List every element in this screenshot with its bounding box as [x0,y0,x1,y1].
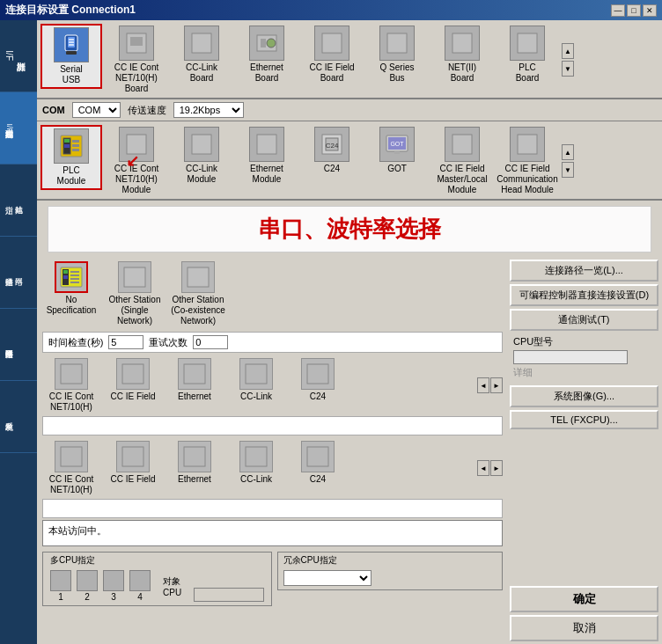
sidebar-item-computer-if[interactable]: 計算機則I/F [0,20,37,92]
top-icon-section: SerialUSB CC IE ContNET/10(H)Board CC-Li… [37,20,662,99]
redundant-cpu-group: 冗余CPU指定 [277,552,504,590]
net-cc-link-1-label: CC-Link [240,392,272,402]
icon-c24[interactable]: C24 C24 [301,125,363,176]
cpu-slot-box-3[interactable] [103,570,124,591]
other-station-single-icon [118,261,151,293]
net-icon-ethernet-1[interactable]: Ethernet [166,356,224,404]
sidebar-item-diff-network[interactable]: 不同网络通信路径 [0,309,37,381]
icon-plc-board[interactable]: PLCBoard [496,24,558,85]
net-icon-cc-ie-field-1[interactable]: CC IE Field [104,356,162,404]
icon-no-spec-label: No Specification [44,295,99,316]
cpu-type-input[interactable] [513,350,628,364]
cpu-slots: 1 2 3 4 [50,570,264,602]
icon-got-label: GOT [387,164,407,174]
net-cc-ie-field-2-label: CC IE Field [110,474,155,485]
cpu-slot-4: 4 [129,570,151,602]
sidebar-item-plc-if[interactable]: 可編程控制器則I/F [0,92,37,165]
cpu-slot-3: 3 [103,570,124,602]
svg-rect-23 [127,135,146,154]
icon-cc-link-board[interactable]: CC-LinkBoard [171,24,232,85]
icon-ethernet-module[interactable]: EthernetModule [236,125,298,187]
icon-serial-usb[interactable]: SerialUSB [40,24,102,89]
net-icon-cc-ie-cont-1[interactable]: CC IE ContNET/10(H) [42,356,100,414]
retry-input[interactable] [193,335,228,349]
system-image-button[interactable]: 系统图像(G)... [510,385,658,407]
svg-rect-54 [307,447,328,466]
cpu-slot-box-4[interactable] [129,570,151,591]
close-button[interactable]: ✕ [643,4,657,17]
net-icon-ethernet-2[interactable]: Ethernet [166,439,224,487]
ok-button[interactable]: 确定 [510,586,658,612]
no-spec-icon [55,261,88,293]
icon-ethernet-board[interactable]: EthernetBoard [236,24,298,85]
tel-fxcpu-button[interactable]: TEL (FXCPU)... [510,410,658,429]
net-scroll-right-2[interactable]: ► [490,460,503,476]
time-input[interactable] [108,335,143,349]
big-text-label: 串口、波特率选择 [258,216,441,242]
icon-cc-ie-cont-board[interactable]: CC IE ContNET/10(H)Board [106,24,167,96]
scroll-up-button[interactable]: ▲ [562,43,574,59]
net-cc-link-2-label: CC-Link [240,474,272,485]
icon-plc-module[interactable]: PLCModule [40,125,102,190]
sidebar-item-other-station[interactable]: 其他站指定 [0,165,37,237]
net-icon-c24-1[interactable]: C24 [289,356,347,404]
net-scroll-right-1[interactable]: ► [490,377,503,393]
plc-direct-button[interactable]: 可编程控制器直接连接设置(D) [510,284,658,306]
net-c24-1-label: C24 [310,392,326,402]
icon-got[interactable]: GOT GOT [366,125,428,176]
net-icon-c24-2[interactable]: C24 [289,439,347,487]
icon-plc-board-label: PLCBoard [516,62,540,84]
top-scroll-arrows: ▲ ▼ [562,24,574,96]
comm-test-button[interactable]: 通信测试(T) [510,309,658,331]
scroll-down-button2[interactable]: ▼ [562,162,574,178]
sidebar-item-target-system[interactable]: 对象系统 [0,381,37,453]
target-cpu-input[interactable] [194,588,264,602]
net-icon-cc-ie-cont-2[interactable]: CC IE ContNET/10(H) [42,439,100,497]
cpu-slot-box-1[interactable] [50,570,71,591]
connection-list-button[interactable]: 连接路径一览(L)... [510,260,658,282]
net-text-box-2 [42,499,503,518]
icon-other-station-coexist[interactable]: Other Station(Co-existence Network) [169,260,227,328]
icon-cc-ie-field-master[interactable]: CC IE FieldMaster/LocalModule [431,125,493,197]
multi-cpu-group: 多CPU指定 1 2 3 [42,552,272,606]
station-access-box: 本站访问中。 [42,520,503,546]
scroll-down-button[interactable]: ▼ [562,61,574,77]
serial-usb-icon [54,27,89,62]
redundant-select[interactable] [283,570,371,586]
icon-cc-ie-cont-net-module[interactable]: CC IE ContNET/10(H)Module [106,125,167,197]
sidebar-item-network-route[interactable]: 网络通信路径 [0,237,37,309]
specification-section: No Specification Other Station(Single Ne… [37,256,508,332]
icon-net-ii-board[interactable]: NET(II)Board [431,24,493,85]
icon-cc-ie-cont-board-label: CC IE ContNET/10(H)Board [114,62,159,94]
baud-select[interactable]: 19.2Kbps 9.6Kbps 38.4Kbps 115.2Kbps [173,102,244,118]
net-icon-cc-ie-field-2[interactable]: CC IE Field [104,439,162,487]
cpu-section: 多CPU指定 1 2 3 [37,548,508,610]
scroll-up-button2[interactable]: ▲ [562,144,574,160]
cancel-button[interactable]: 取消 [510,615,658,641]
icon-cc-link-module[interactable]: CC-LinkModule [171,125,232,187]
time-label: 时间检查(秒) [48,336,103,349]
baud-label: 传送速度 [128,104,166,117]
icon-no-specification[interactable]: No Specification [42,260,100,318]
icon-cc-ie-field-comm-head-label: CC IE FieldCommunicationHead Module [496,164,557,195]
cc-ie-field-board-icon [314,26,349,61]
net-row2-scroll: ◄ ► [477,460,503,476]
net-scroll-left-1[interactable]: ◄ [477,377,489,393]
retry-label: 重试次数 [149,336,188,349]
net-scroll-left-2[interactable]: ◄ [477,460,489,476]
net-icon-cc-link-2[interactable]: CC-Link [227,439,285,487]
svg-rect-46 [122,364,143,384]
icon-cc-ie-cont-net-module-label: CC IE ContNET/10(H)Module [114,164,159,195]
minimize-button[interactable]: — [611,4,625,17]
icon-other-station-single[interactable]: Other Station(Single Network) [106,260,164,328]
svg-point-11 [267,39,276,48]
com-select[interactable]: COM 7 COM 1 COM 2 COM 3 [72,102,121,118]
maximize-button[interactable]: □ [627,4,641,17]
svg-rect-52 [184,447,205,466]
net-icon-cc-link-1[interactable]: CC-Link [227,356,285,404]
icon-serial-usb-label: SerialUSB [60,64,83,85]
icon-cc-ie-field-board[interactable]: CC IE FieldBoard [301,24,363,85]
cpu-slot-box-2[interactable] [77,570,98,591]
icon-q-series-bus[interactable]: Q SeriesBus [366,24,428,85]
icon-cc-ie-field-comm-head[interactable]: CC IE FieldCommunicationHead Module [496,125,558,197]
